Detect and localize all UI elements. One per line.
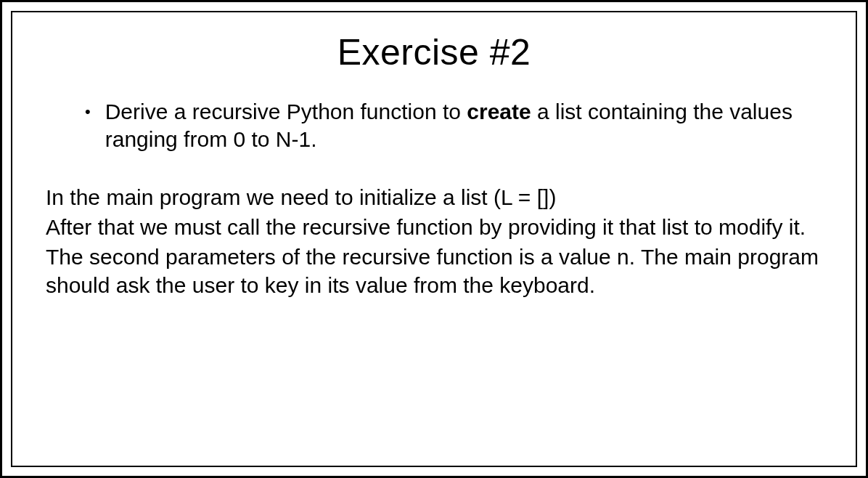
bullet-text: Derive a recursive Python function to cr… [105,98,805,154]
body-text-block: In the main program we need to initializ… [34,183,834,299]
bullet-dot-icon: • [85,98,91,126]
slide-inner-frame: Exercise #2 • Derive a recursive Python … [11,11,857,467]
body-line-2: After that we must call the recursive fu… [46,213,819,241]
bullet-text-part1: Derive a recursive Python function to [105,100,467,123]
bullet-item: • Derive a recursive Python function to … [34,98,834,154]
slide-outer-frame: Exercise #2 • Derive a recursive Python … [0,0,868,478]
slide-title: Exercise #2 [34,31,834,73]
body-line-3: The second parameters of the recursive f… [46,243,819,299]
body-line-1: In the main program we need to initializ… [46,183,819,211]
bullet-text-bold: create [467,100,531,123]
